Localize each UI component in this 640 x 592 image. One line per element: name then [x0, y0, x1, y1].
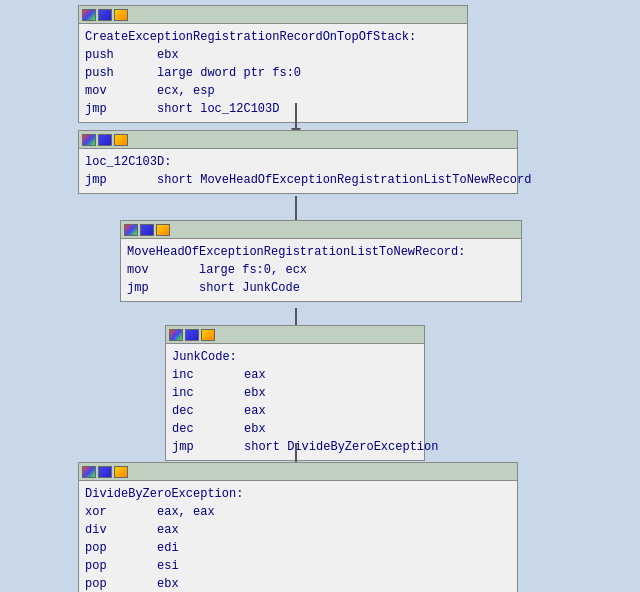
icon-blue-4: [185, 329, 199, 341]
block4-line1: JunkCode:: [172, 350, 237, 364]
block5-line2: xor eax, eax: [85, 505, 215, 519]
arrow-line-1: [295, 103, 297, 128]
icon-multi-5: [82, 466, 96, 478]
block-movehead: MoveHeadOfExceptionRegistrationListToNew…: [120, 220, 522, 302]
icon-yellow-2: [114, 134, 128, 146]
icon-yellow-5: [114, 466, 128, 478]
block-loc12c103d: loc_12C103D: jmp short MoveHeadOfExcepti…: [78, 130, 518, 194]
block3-content: MoveHeadOfExceptionRegistrationListToNew…: [121, 239, 521, 301]
icon-blue-5: [98, 466, 112, 478]
block4-line2: inc eax: [172, 368, 266, 382]
block3-line3: jmp short JunkCode: [127, 281, 300, 295]
block5-line3: div eax: [85, 523, 179, 537]
titlebar-3: [121, 221, 521, 239]
block3-line1: MoveHeadOfExceptionRegistrationListToNew…: [127, 245, 465, 259]
block4-line3: inc ebx: [172, 386, 266, 400]
block2-line2: jmp short MoveHeadOfExceptionRegistratio…: [85, 173, 531, 187]
block4-line6: jmp short DivideByZeroException: [172, 440, 438, 454]
block-dividebyzero: DivideByZeroException: xor eax, eax div …: [78, 462, 518, 592]
icon-multi-2: [82, 134, 96, 146]
icon-blue-1: [98, 9, 112, 21]
icon-multi-3: [124, 224, 138, 236]
block5-line5: pop esi: [85, 559, 179, 573]
icon-multi-4: [169, 329, 183, 341]
block1-line4: mov ecx, esp: [85, 84, 215, 98]
main-canvas: CreateExceptionRegistrationRecordOnTopOf…: [0, 0, 640, 592]
block1-line2: push ebx: [85, 48, 179, 62]
icon-yellow-4: [201, 329, 215, 341]
block1-content: CreateExceptionRegistrationRecordOnTopOf…: [79, 24, 467, 122]
block4-line4: dec eax: [172, 404, 266, 418]
block5-line6: pop ebx: [85, 577, 179, 591]
block-create-exception: CreateExceptionRegistrationRecordOnTopOf…: [78, 5, 468, 123]
block2-line1: loc_12C103D:: [85, 155, 171, 169]
block5-line1: DivideByZeroException:: [85, 487, 243, 501]
arrow-line-2: [295, 196, 297, 221]
icon-yellow-3: [156, 224, 170, 236]
block3-line2: mov large fs:0, ecx: [127, 263, 307, 277]
icon-blue-2: [98, 134, 112, 146]
block-junkcode: JunkCode: inc eax inc ebx dec eax dec eb…: [165, 325, 425, 461]
block4-line5: dec ebx: [172, 422, 266, 436]
titlebar-4: [166, 326, 424, 344]
block5-line4: pop edi: [85, 541, 179, 555]
block5-content: DivideByZeroException: xor eax, eax div …: [79, 481, 517, 592]
icon-blue-3: [140, 224, 154, 236]
block1-line1: CreateExceptionRegistrationRecordOnTopOf…: [85, 30, 416, 44]
block2-content: loc_12C103D: jmp short MoveHeadOfExcepti…: [79, 149, 517, 193]
titlebar-2: [79, 131, 517, 149]
titlebar-1: [79, 6, 467, 24]
block1-line5: jmp short loc_12C103D: [85, 102, 279, 116]
icon-multi-1: [82, 9, 96, 21]
titlebar-5: [79, 463, 517, 481]
block1-line3: push large dword ptr fs:0: [85, 66, 301, 80]
icon-yellow-1: [114, 9, 128, 21]
